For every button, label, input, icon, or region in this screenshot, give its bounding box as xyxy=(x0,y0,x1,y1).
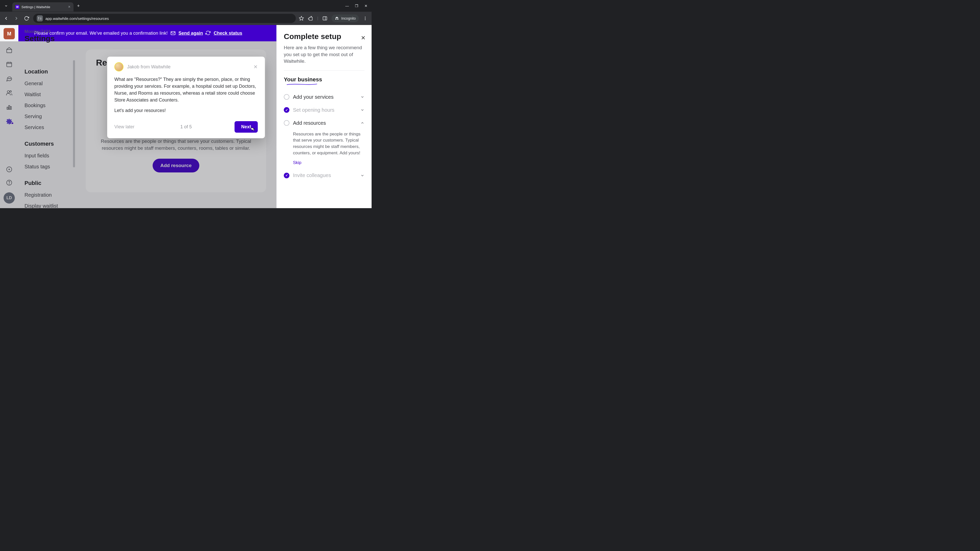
task-label: Add your services xyxy=(293,94,357,100)
svg-point-11 xyxy=(365,19,366,20)
next-button[interactable]: Next xyxy=(234,121,258,133)
org-logo[interactable]: M xyxy=(3,28,15,39)
tour-step-indicator: 1 of 5 xyxy=(180,124,192,130)
task-label: Invite colleagues xyxy=(293,172,357,178)
maximize-icon[interactable]: ❐ xyxy=(355,4,358,8)
minimize-icon[interactable]: — xyxy=(345,4,349,8)
tab-close-icon[interactable]: × xyxy=(68,5,70,9)
tab-favicon: W xyxy=(15,5,19,9)
task-resources-description: Resources are the people or things that … xyxy=(284,130,364,158)
tour-author: Jakob from Waitwhile xyxy=(127,64,170,70)
send-again-link[interactable]: Send again xyxy=(178,30,203,36)
divider xyxy=(284,70,364,71)
tour-body: What are "Resources?" They are simply th… xyxy=(115,76,258,114)
svg-point-9 xyxy=(365,17,366,17)
svg-point-0 xyxy=(38,17,39,18)
popover-close-icon[interactable]: ✕ xyxy=(253,64,258,70)
browser-tab-strip: W Settings | Waitwhile × + — ❐ ✕ xyxy=(0,0,372,12)
task-invite-colleagues[interactable]: Invite colleagues xyxy=(284,169,364,182)
browser-tab-active[interactable]: W Settings | Waitwhile × xyxy=(12,2,73,11)
tour-paragraph-1: What are "Resources?" They are simply th… xyxy=(115,76,258,103)
close-window-icon[interactable]: ✕ xyxy=(364,4,368,8)
tour-popover: Jakob from Waitwhile ✕ What are "Resourc… xyxy=(107,57,265,138)
tab-search-dropdown[interactable] xyxy=(2,2,10,10)
task-add-resources[interactable]: Add resources xyxy=(284,117,364,130)
setup-title: Complete setup xyxy=(284,32,364,41)
task-add-services[interactable]: Add your services xyxy=(284,91,364,103)
task-status-done-icon xyxy=(284,107,290,113)
incognito-badge[interactable]: Incognito xyxy=(331,14,359,22)
task-label: Add resources xyxy=(293,120,357,126)
bookmark-icon[interactable] xyxy=(299,16,304,21)
extensions-icon[interactable] xyxy=(308,16,313,21)
url-text: app.waitwhile.com/settings/resources xyxy=(45,16,109,21)
refresh-icon xyxy=(205,30,211,36)
cursor-icon xyxy=(250,126,256,132)
site-settings-icon[interactable] xyxy=(37,15,43,21)
chevron-down-icon xyxy=(360,95,364,99)
setup-section-label: Your business xyxy=(284,76,322,83)
address-bar[interactable]: app.waitwhile.com/settings/resources xyxy=(33,14,296,23)
task-status-done-icon xyxy=(284,173,290,178)
chevron-up-icon xyxy=(360,121,364,125)
incognito-label: Incognito xyxy=(341,16,356,21)
browser-menu-icon[interactable] xyxy=(363,16,368,21)
task-status-circle xyxy=(284,94,290,100)
back-button[interactable] xyxy=(3,15,10,22)
mail-icon xyxy=(170,30,176,36)
author-avatar xyxy=(115,62,124,71)
setup-close-icon[interactable]: ✕ xyxy=(361,35,366,41)
svg-point-1 xyxy=(41,19,41,19)
complete-setup-panel: ✕ Complete setup Here are a few thing we… xyxy=(277,25,372,208)
setup-subtitle: Here are a few thing we recommend you se… xyxy=(284,44,364,65)
view-later-link[interactable]: View later xyxy=(115,124,135,130)
forward-button[interactable] xyxy=(13,15,20,22)
next-button-label: Next xyxy=(241,124,251,129)
window-controls: — ❐ ✕ xyxy=(345,4,369,8)
svg-rect-7 xyxy=(323,17,327,20)
task-label: Set opening hours xyxy=(293,107,357,113)
skip-link[interactable]: Skip xyxy=(284,160,301,165)
underline-decoration-icon xyxy=(283,83,321,86)
setup-section-heading: Your business xyxy=(284,76,322,83)
svg-marker-6 xyxy=(299,16,304,21)
reload-button[interactable] xyxy=(23,15,30,22)
task-status-circle xyxy=(284,120,290,126)
svg-point-10 xyxy=(365,18,366,19)
chevron-down-icon xyxy=(360,108,364,112)
tab-title: Settings | Waitwhile xyxy=(21,5,50,9)
task-set-hours[interactable]: Set opening hours xyxy=(284,103,364,117)
org-name: Moodjoy7434 xyxy=(24,29,55,34)
new-tab-button[interactable]: + xyxy=(77,3,80,9)
chevron-down-icon xyxy=(360,173,364,178)
tour-paragraph-2: Let's add your resources! xyxy=(115,107,258,114)
side-panel-icon[interactable] xyxy=(322,16,328,21)
browser-toolbar: app.waitwhile.com/settings/resources | I… xyxy=(0,12,372,25)
check-status-link[interactable]: Check status xyxy=(213,30,242,36)
